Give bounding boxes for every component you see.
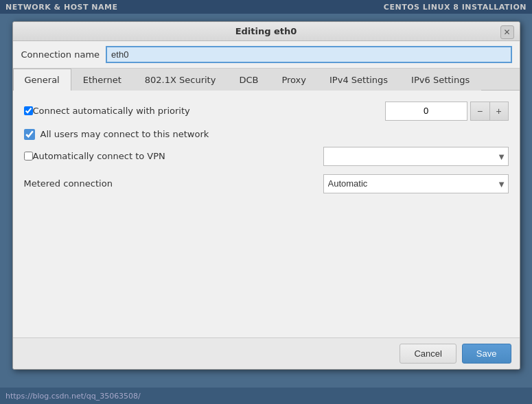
tab-ethernet[interactable]: Ethernet (71, 69, 133, 91)
metered-select[interactable]: Automatic Yes No (323, 174, 509, 193)
vpn-select[interactable] (323, 147, 509, 166)
dialog-titlebar: Editing eth0 ✕ (13, 22, 520, 41)
all-users-checkbox[interactable] (24, 129, 35, 140)
connect-auto-label: Connect automatically with priority (33, 106, 190, 116)
dialog: Editing eth0 ✕ Connection name General E… (12, 21, 520, 370)
connection-name-label: Connection name (21, 49, 100, 60)
priority-input[interactable] (385, 102, 467, 121)
all-users-label: All users may connect to this network (41, 129, 209, 139)
metered-select-wrap: Automatic Yes No ▼ (323, 174, 509, 193)
auto-vpn-row: Automatically connect to VPN ▼ (24, 147, 509, 166)
status-bar: https://blog.csdn.net/qq_35063508/ (0, 388, 532, 404)
save-button[interactable]: Save (462, 344, 511, 364)
tab-content-general: Connect automatically with priority − + … (13, 91, 520, 337)
close-button[interactable]: ✕ (500, 25, 514, 39)
tab-8021x-security[interactable]: 802.1X Security (133, 69, 228, 91)
connection-name-input[interactable] (106, 47, 511, 62)
dialog-title: Editing eth0 (235, 26, 297, 36)
metered-connection-row: Metered connection Automatic Yes No ▼ (24, 174, 509, 193)
status-url: https://blog.csdn.net/qq_35063508/ (5, 392, 141, 401)
priority-minus-button[interactable]: − (470, 102, 489, 121)
auto-vpn-label: Automatically connect to VPN (33, 151, 165, 161)
tab-dcb[interactable]: DCB (227, 69, 270, 91)
tab-ipv6-settings[interactable]: IPv6 Settings (400, 69, 481, 91)
tabs-bar: General Ethernet 802.1X Security DCB Pro… (13, 69, 520, 91)
tab-general[interactable]: General (13, 69, 71, 91)
all-users-row: All users may connect to this network (24, 129, 509, 140)
dialog-footer: Cancel Save (13, 337, 520, 369)
priority-plus-button[interactable]: + (489, 102, 509, 121)
vpn-select-wrap: ▼ (323, 147, 509, 166)
tab-ipv4-settings[interactable]: IPv4 Settings (318, 69, 400, 91)
metered-label: Metered connection (24, 178, 323, 189)
tab-proxy[interactable]: Proxy (270, 69, 318, 91)
auto-vpn-checkbox[interactable] (24, 152, 33, 161)
connection-name-row: Connection name (13, 41, 520, 69)
connect-auto-row: Connect automatically with priority − + (24, 102, 509, 121)
connect-auto-checkbox[interactable] (24, 106, 33, 115)
cancel-button[interactable]: Cancel (400, 344, 456, 364)
